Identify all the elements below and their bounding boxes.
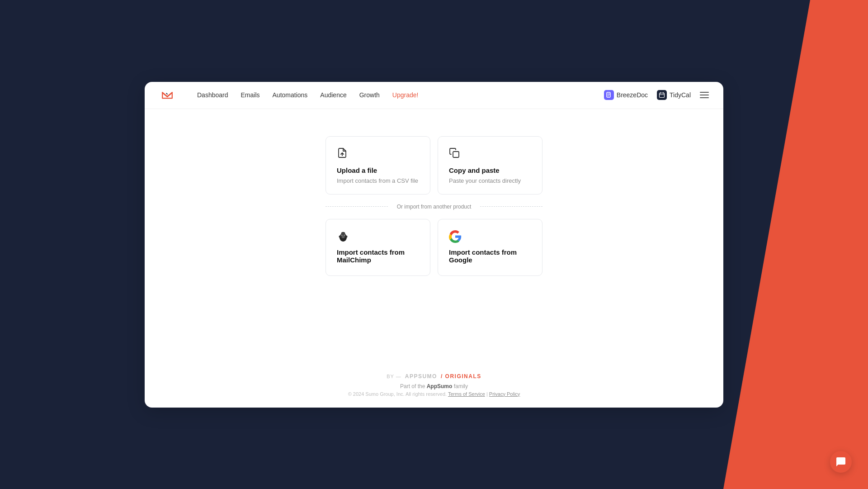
upload-file-title: Upload a file <box>337 166 419 174</box>
nav-audience[interactable]: Audience <box>320 91 346 99</box>
mailchimp-icon <box>337 230 349 243</box>
tidycal-icon <box>657 90 667 100</box>
import-cards-top: Upload a file Import contacts from a CSV… <box>326 136 542 195</box>
nav-growth[interactable]: Growth <box>359 91 380 99</box>
svg-point-13 <box>339 235 341 237</box>
svg-rect-2 <box>660 93 665 98</box>
nav-app-tidycal[interactable]: TidyCal <box>657 90 691 100</box>
divider: Or import from another product <box>326 204 542 210</box>
footer-brand: BY — APPSUMO / ORIGINALS <box>159 373 709 380</box>
footer-by: BY — <box>387 374 401 379</box>
svg-rect-4 <box>453 152 459 157</box>
footer-terms-link[interactable]: Terms of Service <box>448 391 485 397</box>
nav-emails[interactable]: Emails <box>241 91 260 99</box>
footer-copyright: © 2024 Sumo Group, Inc. All rights reser… <box>159 391 709 397</box>
copy-paste-icon <box>449 147 531 161</box>
google-title: Import contacts from Google <box>449 248 531 264</box>
footer-appsumo-link[interactable]: AppSumo <box>427 383 453 389</box>
tidycal-label: TidyCal <box>670 91 691 99</box>
footer-part-text: Part of the <box>400 383 427 389</box>
mailchimp-title: Import contacts from MailChimp <box>337 248 419 264</box>
import-card-copy-paste[interactable]: Copy and paste Paste your contacts direc… <box>438 136 542 195</box>
divider-label: Or import from another product <box>393 204 475 210</box>
nav-dashboard[interactable]: Dashboard <box>197 91 228 99</box>
svg-point-14 <box>346 235 348 237</box>
footer-family: family <box>452 383 468 389</box>
navbar: Dashboard Emails Automations Audience Gr… <box>145 82 723 109</box>
main-card: Dashboard Emails Automations Audience Gr… <box>145 82 723 408</box>
main-content: Upload a file Import contacts from a CSV… <box>145 109 723 361</box>
nav-right: BreezeDoc TidyCal <box>604 90 709 100</box>
footer-separator: | <box>486 391 488 397</box>
breezedoc-label: BreezeDoc <box>617 91 648 99</box>
nav-upgrade[interactable]: Upgrade! <box>392 91 419 99</box>
upload-file-desc: Import contacts from a CSV file <box>337 177 419 185</box>
nav-automations[interactable]: Automations <box>273 91 308 99</box>
google-icon <box>449 230 462 243</box>
nav-app-breezedoc[interactable]: BreezeDoc <box>604 90 648 100</box>
import-card-upload[interactable]: Upload a file Import contacts from a CSV… <box>326 136 430 195</box>
footer-copyright-text: © 2024 Sumo Group, Inc. All rights reser… <box>348 391 447 397</box>
copy-paste-title: Copy and paste <box>449 166 531 174</box>
import-card-google[interactable]: Import contacts from Google <box>438 219 542 276</box>
footer-part-of: Part of the AppSumo family <box>159 383 709 389</box>
footer-appsumo: APPSUMO <box>405 373 437 380</box>
footer: BY — APPSUMO / ORIGINALS Part of the App… <box>145 361 723 408</box>
divider-line-right <box>480 206 542 207</box>
logo <box>159 87 175 103</box>
svg-rect-0 <box>159 87 175 103</box>
divider-line-left <box>326 206 388 207</box>
import-card-mailchimp[interactable]: Import contacts from MailChimp <box>326 219 430 276</box>
import-cards-bottom: Import contacts from MailChimp Import co… <box>326 219 542 276</box>
hamburger-menu[interactable] <box>700 90 709 100</box>
footer-privacy-link[interactable]: Privacy Policy <box>489 391 520 397</box>
footer-originals: / ORIGINALS <box>441 373 481 380</box>
nav-links: Dashboard Emails Automations Audience Gr… <box>197 91 590 99</box>
chat-button[interactable] <box>830 451 852 473</box>
bg-accent-corner <box>723 0 868 489</box>
breezedoc-icon <box>604 90 614 100</box>
upload-file-icon <box>337 147 419 161</box>
copy-paste-desc: Paste your contacts directly <box>449 177 531 185</box>
